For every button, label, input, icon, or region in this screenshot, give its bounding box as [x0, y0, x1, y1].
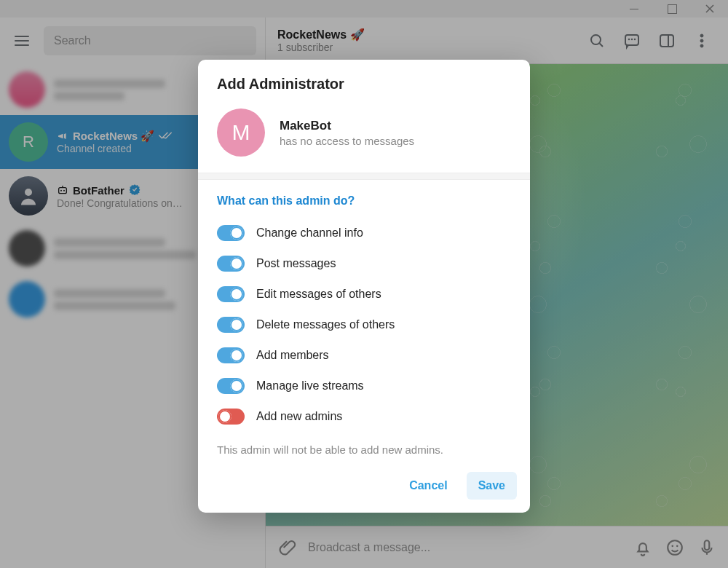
user-name: MakeBot — [280, 119, 414, 133]
divider — [198, 173, 530, 180]
permission-toggle[interactable] — [217, 317, 245, 333]
permission-label: Add members — [256, 349, 329, 362]
permission-row[interactable]: Change channel info — [217, 218, 511, 248]
permission-row[interactable]: Manage live streams — [217, 371, 511, 401]
permission-row[interactable]: Edit messages of others — [217, 279, 511, 309]
cancel-button[interactable]: Cancel — [397, 472, 459, 500]
permission-toggle[interactable] — [217, 378, 245, 394]
permission-row[interactable]: Post messages — [217, 248, 511, 279]
permission-row[interactable]: Add members — [217, 340, 511, 371]
permission-toggle[interactable] — [217, 347, 245, 363]
check-icon — [230, 349, 243, 362]
permission-label: Delete messages of others — [256, 318, 395, 331]
user-status: has no access to messages — [280, 135, 414, 147]
check-icon — [230, 318, 243, 331]
modal-actions: Cancel Save — [198, 466, 530, 513]
permission-toggle[interactable] — [217, 409, 245, 425]
check-icon — [230, 257, 243, 270]
permission-label: Add new admins — [256, 410, 342, 423]
permission-row[interactable]: Delete messages of others — [217, 309, 511, 340]
user-avatar: M — [217, 109, 265, 157]
check-icon — [230, 288, 243, 301]
x-icon — [218, 410, 232, 423]
permission-label: Edit messages of others — [256, 288, 381, 301]
permissions-title: What can this admin do? — [217, 194, 511, 208]
permission-toggle[interactable] — [217, 286, 245, 302]
permission-toggle[interactable] — [217, 256, 245, 272]
permissions-section: What can this admin do? Change channel i… — [198, 180, 530, 439]
permission-label: Manage live streams — [256, 379, 364, 393]
modal-header: Add Administrator — [198, 60, 530, 106]
permission-row[interactable]: Add new admins — [217, 401, 511, 432]
permission-toggle[interactable] — [217, 225, 245, 241]
permission-label: Post messages — [256, 257, 336, 270]
permission-label: Change channel info — [256, 226, 363, 240]
permissions-note: This admin will not be able to add new a… — [198, 439, 530, 466]
add-admin-modal: Add Administrator M MakeBot has no acces… — [198, 60, 530, 513]
modal-overlay[interactable]: Add Administrator M MakeBot has no acces… — [0, 0, 728, 568]
modal-user-row[interactable]: M MakeBot has no access to messages — [198, 106, 530, 173]
save-button[interactable]: Save — [467, 472, 517, 500]
check-icon — [230, 226, 243, 240]
modal-title: Add Administrator — [217, 76, 511, 92]
check-icon — [230, 379, 243, 393]
